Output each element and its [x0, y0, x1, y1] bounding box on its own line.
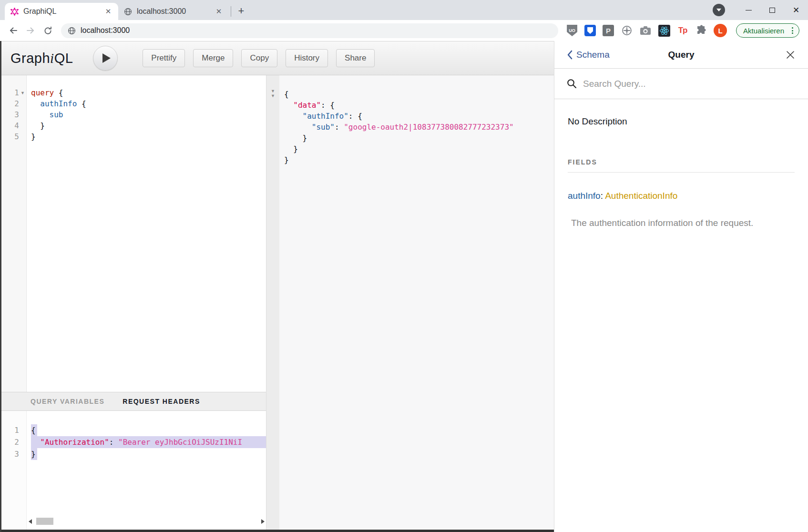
address-bar[interactable]: localhost:3000 — [61, 23, 558, 38]
line-number-gutter: 123 — [0, 411, 27, 532]
secondary-editor-panel: QUERY VARIABLES REQUEST HEADERS 123 { "A… — [0, 392, 266, 532]
line-number: 5 — [3, 131, 19, 142]
doc-search-input[interactable] — [583, 79, 796, 89]
tab-close-icon[interactable]: ✕ — [214, 6, 224, 17]
tab-title: GraphiQL — [23, 7, 103, 16]
field-name-link[interactable]: authInfo — [568, 191, 601, 201]
tampermonkey-extension-icon[interactable]: Tp — [676, 24, 689, 37]
url-text: localhost:3000 — [81, 26, 130, 35]
code-line: "data": { — [284, 100, 554, 111]
window-minimize-button[interactable] — [736, 1, 760, 19]
reload-button[interactable] — [39, 22, 56, 39]
line-number: 3 — [0, 448, 19, 460]
gutter-line: 1 — [0, 424, 26, 436]
globe-icon — [124, 8, 132, 16]
chrome-update-button[interactable]: Aktualisieren — [736, 23, 799, 38]
update-button-label: Aktualisieren — [743, 27, 784, 35]
fold-gutter: ▼▼ — [266, 75, 279, 532]
chevron-left-icon — [567, 50, 573, 60]
code-line: } — [31, 448, 266, 460]
browser-tab-graphiql[interactable]: GraphiQL ✕ — [5, 3, 118, 20]
execute-query-button[interactable] — [93, 46, 118, 71]
bitwarden-extension-icon[interactable] — [584, 25, 596, 36]
graphiql-favicon-icon — [10, 8, 19, 16]
screenshot-extension-icon[interactable] — [639, 24, 652, 37]
window-left-edge — [0, 41, 1, 532]
back-button[interactable] — [5, 22, 22, 39]
request-headers-editor[interactable]: 123 { "Authorization": "Bearer eyJhbGciO… — [0, 411, 266, 532]
tab-close-icon[interactable]: ✕ — [103, 6, 113, 17]
fields-section-label: FIELDS — [568, 158, 795, 173]
gutter-line: ▼ — [266, 93, 279, 98]
scroll-left-icon[interactable] — [29, 519, 32, 524]
query-editor[interactable]: 1▼2345 query { authInfo { sub }} — [0, 75, 266, 392]
history-button[interactable]: History — [286, 49, 328, 67]
picker-extension-icon[interactable] — [621, 24, 633, 37]
gutter-line: 3 — [0, 448, 26, 460]
share-button[interactable]: Share — [336, 49, 375, 67]
browser-tab-localhost[interactable]: localhost:3000 ✕ — [118, 3, 229, 20]
doc-explorer-content: No Description FIELDS authInfo: Authenti… — [554, 99, 808, 246]
code-line: sub — [31, 109, 266, 120]
query-column: 1▼2345 query { authInfo { sub }} QUERY V… — [0, 75, 266, 532]
code-line: } — [31, 131, 266, 142]
browser-menu-icon[interactable] — [789, 27, 796, 34]
code-line: authInfo { — [31, 98, 266, 109]
field-type-link[interactable]: AuthenticationInfo — [605, 191, 677, 201]
copy-button[interactable]: Copy — [241, 49, 277, 67]
code-line: query { — [31, 87, 266, 98]
merge-button[interactable]: Merge — [193, 49, 233, 67]
prettify-button[interactable]: Prettify — [143, 49, 185, 67]
code-line: "Authorization": "Bearer eyJhbGciOiJSUzI… — [31, 436, 266, 448]
new-tab-button[interactable]: + — [233, 4, 249, 18]
fold-caret-icon[interactable]: ▼ — [19, 91, 26, 95]
doc-explorer-close-button[interactable] — [785, 50, 796, 60]
ublock-extension-icon[interactable]: UO — [566, 24, 578, 37]
code-line: { — [31, 424, 266, 436]
tab-query-variables[interactable]: QUERY VARIABLES — [31, 398, 104, 405]
line-number: 3 — [3, 109, 19, 120]
line-number: 4 — [3, 120, 19, 131]
search-icon — [567, 79, 577, 89]
graphiql-logo: GraphiQL — [10, 51, 73, 66]
window-maximize-button[interactable] — [760, 1, 784, 19]
fold-caret-icon[interactable]: ▼ — [269, 93, 276, 98]
scroll-right-icon[interactable] — [261, 519, 265, 524]
window-close-button[interactable]: ✕ — [784, 1, 808, 19]
p-extension-icon[interactable]: P — [603, 25, 614, 36]
gutter-line: 2 — [0, 98, 26, 109]
doc-explorer-back-link[interactable]: Schema — [567, 50, 610, 60]
browser-toolbar: localhost:3000 UO P Tp L Aktualisieren — [0, 20, 808, 41]
graphiql-app: GraphiQL Prettify Merge Copy History Sha… — [0, 41, 554, 532]
window-bottom-edge — [0, 530, 554, 532]
fold-caret-icon[interactable]: ▼ — [269, 89, 276, 93]
field-item: authInfo: AuthenticationInfo — [568, 191, 795, 201]
code-line: } — [284, 143, 554, 154]
browser-window: GraphiQL ✕ localhost:3000 ✕ + ✕ — [0, 0, 808, 532]
result-viewer[interactable]: ▼▼ { "data": { "authInfo": { "sub": "goo… — [266, 75, 554, 532]
gutter-line: 3 — [0, 109, 26, 120]
tab-separator — [231, 6, 231, 17]
gutter-line: 2 — [0, 436, 26, 448]
forward-button[interactable] — [22, 22, 39, 39]
profile-avatar[interactable]: L — [714, 24, 727, 37]
line-number-gutter: 1▼2345 — [0, 75, 27, 392]
play-icon — [102, 53, 111, 63]
browser-tab-strip: GraphiQL ✕ localhost:3000 ✕ + ✕ — [0, 0, 808, 20]
code-line: } — [284, 154, 554, 165]
line-number: 2 — [0, 436, 19, 448]
line-number: 1 — [3, 87, 19, 98]
gutter-line: 5 — [0, 131, 26, 142]
scrollbar-thumb[interactable] — [36, 518, 53, 525]
tab-search-button[interactable] — [713, 4, 725, 16]
tab-request-headers[interactable]: REQUEST HEADERS — [123, 398, 200, 405]
code-line: } — [284, 133, 554, 143]
extensions-puzzle-icon[interactable] — [695, 24, 707, 37]
back-link-label: Schema — [576, 50, 610, 60]
code-line: "sub": "google-oauth2|108377380082777232… — [284, 122, 554, 133]
tab-title: localhost:3000 — [137, 7, 214, 16]
react-devtools-extension-icon[interactable] — [658, 24, 670, 37]
line-number: 2 — [3, 98, 19, 109]
gutter-line: 4 — [0, 120, 26, 131]
horizontal-scrollbar[interactable] — [29, 517, 265, 525]
